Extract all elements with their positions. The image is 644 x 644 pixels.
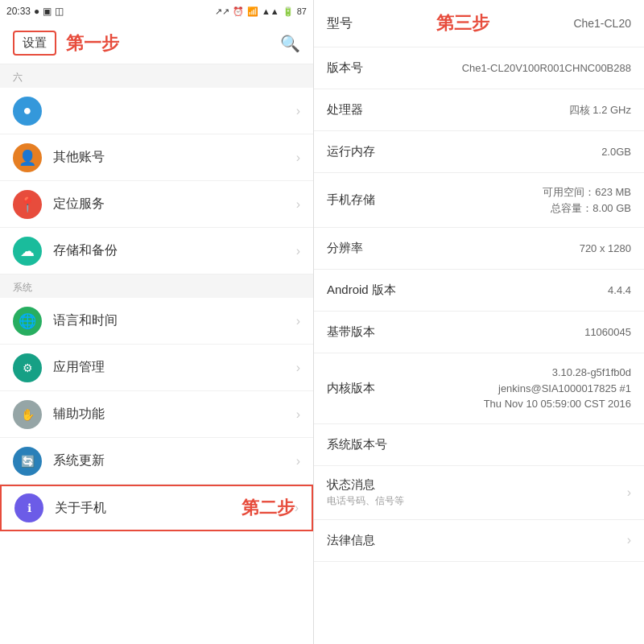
- row-resolution: 分辨率 720 x 1280: [314, 228, 644, 270]
- battery-level: 87: [297, 6, 307, 16]
- resolution-value: 720 x 1280: [398, 242, 631, 254]
- row-baseband: 基带版本 11060045: [314, 312, 644, 353]
- step-three-label: 第三步: [436, 11, 489, 35]
- version-value: Che1-CL20V100R001CHNC00B288: [398, 62, 631, 74]
- menu-list: ● › 👤 其他账号 › 📍 定位服务 › ☁ 存储和备份 › 系统 🌐 语言和…: [0, 88, 313, 644]
- arrow-icon: ›: [296, 454, 300, 469]
- status-info-text: 状态消息 电话号码、信号等: [327, 477, 404, 508]
- other-accounts-label: 其他账号: [53, 149, 296, 166]
- baseband-value: 11060045: [398, 326, 631, 338]
- legal-arrow-icon: ›: [627, 533, 631, 547]
- row-version-number: 版本号 Che1-CL20V100R001CHNC00B288: [314, 47, 644, 89]
- android-label: Android 版本: [327, 283, 396, 298]
- about-row: 关于手机 第二步: [43, 496, 295, 520]
- menu-item-blue-circle[interactable]: ● ›: [0, 88, 313, 134]
- storage-info-label: 手机存储: [327, 192, 391, 208]
- language-label: 语言和时间: [53, 312, 296, 329]
- ram-value: 2.0GB: [398, 146, 631, 158]
- row-legal-info[interactable]: 法律信息 ›: [314, 520, 644, 562]
- kernel-value: 3.10.28-g5f1fb0djenkins@SIA1000017825 #1…: [398, 365, 631, 412]
- menu-item-system-update[interactable]: 🔄 系统更新 ›: [0, 438, 313, 485]
- status-bar-left: 20:33 ● ▣ ◫: [6, 6, 64, 17]
- status-info-sublabel: 电话号码、信号等: [327, 494, 404, 508]
- about-label: 关于手机: [55, 500, 235, 517]
- legal-arrow-container: ›: [622, 533, 631, 547]
- right-header: 型号 第三步 Che1-CL20: [314, 0, 644, 47]
- system-update-label: 系统更新: [53, 452, 296, 469]
- storage-label: 存储和备份: [53, 242, 296, 259]
- apps-label: 应用管理: [53, 359, 296, 376]
- section-label-top: 六: [0, 64, 313, 88]
- menu-item-other-accounts[interactable]: 👤 其他账号 ›: [0, 134, 313, 181]
- row-kernel: 内核版本 3.10.28-g5f1fb0djenkins@SIA10000178…: [314, 353, 644, 424]
- legal-label: 法律信息: [327, 533, 391, 548]
- left-panel: 20:33 ● ▣ ◫ ↗↗ ⏰ 📶 ▲▲ 🔋 87 设置 第一步 🔍 六 ● …: [0, 0, 314, 644]
- other-accounts-icon: 👤: [13, 143, 42, 172]
- row-storage: 手机存储 可用空间：623 MB总容量：8.00 GB: [314, 173, 644, 228]
- row-status-info[interactable]: 状态消息 电话号码、信号等 ›: [314, 466, 644, 520]
- menu-item-accessibility[interactable]: ✋ 辅助功能 ›: [0, 391, 313, 438]
- arrow-icon: ›: [296, 361, 300, 375]
- status-bar-right: ↗↗ ⏰ 📶 ▲▲ 🔋 87: [215, 6, 307, 17]
- status-arrow-container: ›: [622, 485, 631, 500]
- row-processor: 处理器 四核 1.2 GHz: [314, 89, 644, 131]
- version-label: 版本号: [327, 60, 391, 76]
- left-header: 设置 第一步 🔍: [0, 23, 313, 64]
- language-icon: 🌐: [13, 307, 42, 336]
- status-info-label: 状态消息: [327, 477, 404, 493]
- wifi-icon: 📶: [247, 6, 258, 17]
- status-arrow-icon: ›: [627, 485, 631, 500]
- status-bar: 20:33 ● ▣ ◫ ↗↗ ⏰ 📶 ▲▲ 🔋 87: [0, 0, 313, 23]
- menu-item-apps[interactable]: ⚙ 应用管理 ›: [0, 345, 313, 391]
- row-ram: 运行内存 2.0GB: [314, 131, 644, 173]
- model-label: 型号: [327, 15, 353, 32]
- accessibility-icon: ✋: [13, 400, 42, 429]
- arrow-icon: ›: [296, 151, 300, 165]
- resolution-label: 分辨率: [327, 241, 391, 256]
- menu-item-language[interactable]: 🌐 语言和时间 ›: [0, 298, 313, 345]
- arrow-icon: ›: [295, 501, 299, 515]
- row-system-version: 系统版本号: [314, 424, 644, 466]
- arrow-icon: ›: [296, 104, 300, 118]
- storage-icon: ☁: [13, 237, 42, 266]
- right-panel: 型号 第三步 Che1-CL20 版本号 Che1-CL20V100R001CH…: [314, 0, 644, 644]
- location-icon: 📍: [13, 190, 42, 219]
- search-icon[interactable]: 🔍: [280, 34, 300, 53]
- network-icon: ▲▲: [262, 6, 279, 16]
- alarm-icon: ⏰: [233, 6, 244, 17]
- apps-icon: ⚙: [13, 353, 42, 382]
- menu-item-storage[interactable]: ☁ 存储和备份 ›: [0, 228, 313, 275]
- arrow-icon: ›: [296, 197, 300, 212]
- step-two-label: 第二步: [242, 496, 295, 520]
- screen-icon: ◫: [55, 6, 64, 17]
- section-label-system: 系统: [0, 275, 313, 298]
- battery-icon: 🔋: [283, 6, 294, 17]
- arrow-icon: ›: [296, 244, 300, 258]
- settings-button[interactable]: 设置: [13, 31, 56, 56]
- storage-value: 可用空间：623 MB总容量：8.00 GB: [398, 184, 631, 216]
- baseband-label: 基带版本: [327, 324, 391, 340]
- accessibility-label: 辅助功能: [53, 406, 296, 423]
- processor-value: 四核 1.2 GHz: [398, 103, 631, 118]
- step-one-label: 第一步: [66, 31, 119, 56]
- row-android-version: Android 版本 4.4.4: [314, 270, 644, 312]
- media-icon: ▣: [43, 6, 52, 17]
- system-version-label: 系统版本号: [327, 437, 391, 452]
- android-value: 4.4.4: [402, 284, 631, 296]
- menu-item-about-phone[interactable]: ℹ 关于手机 第二步 ›: [0, 485, 313, 531]
- notification-icon: ●: [34, 6, 39, 17]
- about-icon: ℹ: [14, 493, 43, 522]
- processor-label: 处理器: [327, 102, 391, 118]
- model-value: Che1-CL20: [573, 17, 631, 30]
- location-label: 定位服务: [53, 196, 296, 213]
- arrow-icon: ›: [296, 407, 300, 422]
- kernel-label: 内核版本: [327, 381, 391, 396]
- system-update-icon: 🔄: [13, 447, 42, 476]
- time-display: 20:33: [6, 6, 31, 17]
- menu-item-location[interactable]: 📍 定位服务 ›: [0, 181, 313, 228]
- arrow-icon: ›: [296, 314, 300, 328]
- ram-label: 运行内存: [327, 144, 391, 159]
- blue-circle-icon: ●: [13, 97, 42, 126]
- signal-icon: ↗↗: [215, 6, 229, 17]
